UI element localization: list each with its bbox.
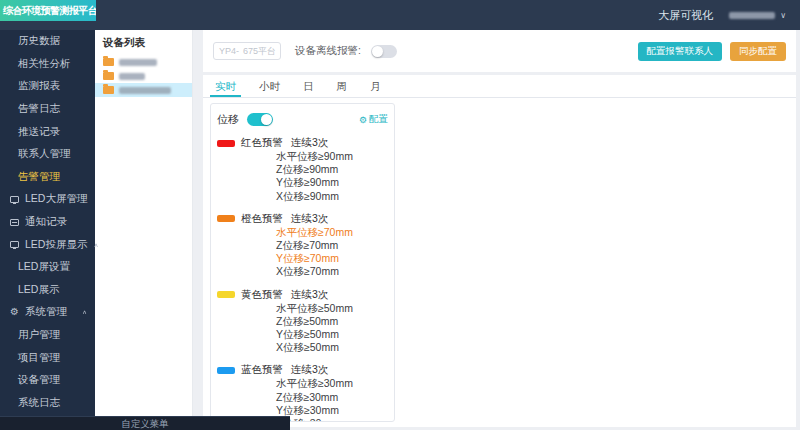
sidebar-item-led-screen-management[interactable]: LED大屏管理 (0, 188, 95, 211)
sidebar-item-label: 用户管理 (18, 328, 60, 342)
sidebar-item-alarm-log[interactable]: 告警日志 (0, 98, 95, 121)
alert-name: 黄色预警 (241, 288, 283, 302)
sidebar-item-label: 推送记录 (18, 125, 60, 139)
offline-alarm-label: 设备离线报警: (295, 44, 361, 58)
sidebar-item-history-data[interactable]: 历史数据 (0, 30, 95, 53)
alert-name: 红色预警 (241, 136, 283, 150)
config-link-label: 配置 (369, 113, 388, 126)
toolbar-buttons: 配置报警联系人 同步配置 (638, 42, 787, 61)
sidebar-item-label: 系统管理 (25, 305, 67, 319)
device-list-panel: 设备列表 (95, 30, 193, 416)
card-header: 位移 ⚙ 配置 (217, 112, 388, 127)
sidebar-item-correlation-analysis[interactable]: 相关性分析 (0, 53, 95, 76)
sidebar-item-label: 告警日志 (18, 102, 60, 116)
alert-threshold-row: X位移≥30mm (276, 417, 388, 422)
chevron-down-icon: ∨ (780, 11, 786, 20)
alert-threshold-row: Z位移≥90mm (276, 163, 388, 176)
alert-name: 蓝色预警 (241, 363, 283, 377)
tab-week[interactable]: 周 (332, 75, 353, 97)
toggle-knob (372, 46, 383, 57)
sidebar-item-label: 项目管理 (18, 351, 60, 365)
app-root: 综合环境预警测报平台 大屏可视化 ∨ 历史数据 相关性分析 监测报表 告警日志 … (0, 0, 800, 430)
alert-threshold-row: Z位移≥30mm (276, 391, 388, 404)
alert-threshold-row: Z位移≥50mm (276, 315, 388, 328)
sidebar-item-project-management[interactable]: 项目管理 (0, 346, 95, 369)
gear-icon: ⚙ (359, 115, 367, 125)
sidebar-item-label: 通知记录 (25, 215, 67, 229)
device-list-item-selected[interactable] (95, 83, 192, 97)
chevron-up-icon: ∧ (82, 309, 87, 315)
alert-threshold-row: Z位移≥70mm (276, 239, 388, 252)
red-swatch (217, 140, 235, 147)
alert-level-red: 红色预警 连续3次 水平位移≥90mm Z位移≥90mm Y位移≥90mm X位… (217, 136, 388, 203)
alert-threshold-row: Y位移≥30mm (276, 404, 388, 417)
sidebar-item-label: 设备管理 (18, 373, 60, 387)
sidebar-item-contact-management[interactable]: 联系人管理 (0, 143, 95, 166)
sidebar-item-device-management[interactable]: 设备管理 (0, 369, 95, 392)
alert-frequency: 连续3次 (291, 363, 328, 377)
alert-level-blue: 蓝色预警 连续3次 水平位移≥30mm Z位移≥30mm Y位移≥30mm X位… (217, 363, 388, 422)
user-menu[interactable]: ∨ (729, 11, 786, 20)
sidebar-item-system-management[interactable]: ⚙系统管理∧ (0, 301, 95, 324)
big-screen-visualization-link[interactable]: 大屏可视化 (658, 8, 713, 23)
tab-realtime[interactable]: 实时 (210, 75, 241, 97)
orange-swatch (217, 215, 235, 222)
offline-alarm-toggle[interactable] (371, 45, 397, 58)
folder-icon (103, 58, 114, 66)
toggle-knob (261, 114, 272, 125)
monitor-icon (10, 241, 19, 248)
sidebar-item-monitor-report[interactable]: 监测报表 (0, 75, 95, 98)
tab-hour[interactable]: 小时 (254, 75, 285, 97)
sidebar-item-label: 联系人管理 (18, 147, 71, 161)
sidebar-item-label: 告警管理 (18, 170, 60, 184)
top-header: 综合环境预警测报平台 大屏可视化 ∨ (0, 0, 800, 30)
tab-month[interactable]: 月 (365, 75, 386, 97)
alert-threshold-row: 水平位移≥90mm (276, 150, 388, 163)
sidebar-item-label: 相关性分析 (18, 57, 71, 71)
device-name-field[interactable]: YP4- 675平台 (213, 42, 281, 60)
sidebar-item-label: 系统日志 (18, 396, 60, 410)
alert-threshold-row: X位移≥90mm (276, 190, 388, 203)
sidebar-item-led-screen-settings[interactable]: LED屏设置 (0, 256, 95, 279)
alert-threshold-row-highlighted: Y位移≥70mm (276, 252, 388, 265)
device-list-item[interactable] (95, 69, 192, 83)
sidebar-item-system-log[interactable]: 系统日志 (0, 392, 95, 415)
device-name-redacted (119, 87, 171, 94)
sidebar-item-led-display[interactable]: LED展示 (0, 279, 95, 302)
alert-header: 橙色预警 连续3次 (217, 212, 388, 226)
username-redacted (729, 12, 775, 19)
metric-label: 位移 (217, 112, 239, 127)
sidebar-item-label: LED屏设置 (18, 260, 70, 274)
alert-threshold-row: Y位移≥90mm (276, 176, 388, 189)
config-link[interactable]: ⚙ 配置 (359, 113, 388, 126)
monitor-icon (10, 196, 19, 203)
header-right: 大屏可视化 ∨ (658, 0, 800, 30)
alert-threshold-row: 水平位移≥30mm (276, 377, 388, 390)
folder-icon (103, 72, 114, 80)
sync-config-button[interactable]: 同步配置 (730, 42, 786, 61)
config-alarm-contacts-button[interactable]: 配置报警联系人 (638, 42, 723, 61)
sidebar-item-led-projection-display[interactable]: LED投屏显示∧ (0, 233, 95, 256)
alert-threshold-row: 水平位移≥50mm (276, 302, 388, 315)
displacement-toggle[interactable] (247, 113, 273, 126)
alert-frequency: 连续3次 (291, 288, 328, 302)
chevron-up-icon: ∧ (93, 241, 98, 247)
notice-icon (10, 219, 19, 226)
alert-header: 黄色预警 连续3次 (217, 288, 388, 302)
displacement-alert-card: 位移 ⚙ 配置 红色预警 连续3次 水平位移≥90mm Z位移≥90mm (210, 103, 395, 422)
sidebar-item-label: LED大屏管理 (25, 192, 87, 206)
main-content: YP4- 675平台 设备离线报警: 配置报警联系人 同步配置 实时 小时 日 … (203, 30, 796, 427)
tab-day[interactable]: 日 (298, 75, 319, 97)
device-list-item[interactable] (95, 55, 192, 69)
sidebar-item-user-management[interactable]: 用户管理 (0, 324, 95, 347)
sidebar-item-label: 历史数据 (18, 34, 60, 48)
sidebar-item-push-record[interactable]: 推送记录 (0, 120, 95, 143)
sidebar-item-label: LED投屏显示 (25, 238, 87, 252)
alert-header: 蓝色预警 连续3次 (217, 363, 388, 377)
blue-swatch (217, 367, 235, 374)
sidebar-item-notification-record[interactable]: 通知记录 (0, 211, 95, 234)
sidebar-item-label: LED展示 (18, 283, 59, 297)
custom-menu-button[interactable]: 自定义菜单 (0, 416, 290, 430)
device-field-suffix: 675平台 (243, 45, 276, 58)
sidebar-item-alarm-management-active[interactable]: 告警管理 (0, 166, 95, 189)
